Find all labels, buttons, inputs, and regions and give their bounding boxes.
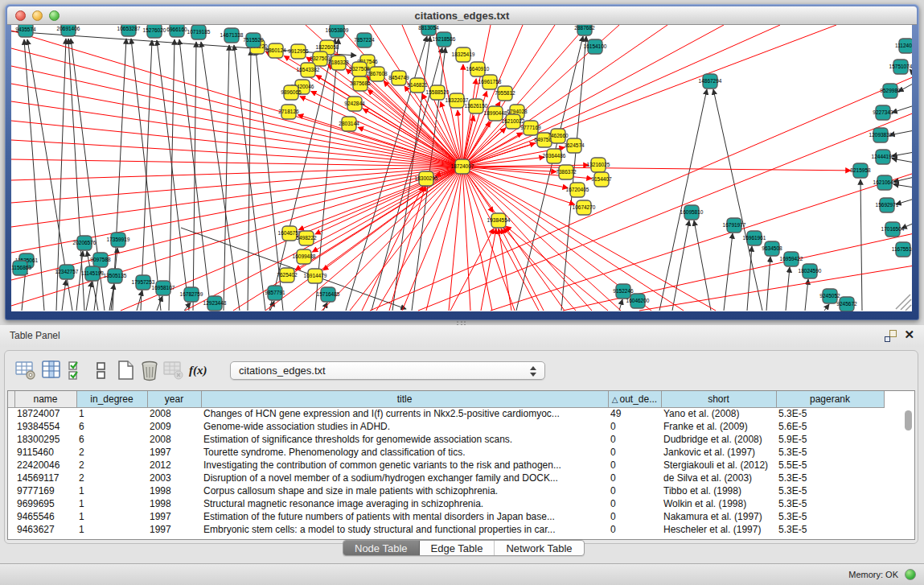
graph-node[interactable]: 2887682	[574, 25, 595, 35]
graph-node[interactable]: 15716485	[317, 287, 340, 302]
delete-rows-trash-icon[interactable]	[138, 359, 161, 381]
table-cell[interactable]: 5.3E-5	[776, 484, 884, 497]
graph-node[interactable]: 16210643	[873, 175, 897, 190]
graph-node[interactable]: 9227343	[873, 105, 893, 120]
graph-node[interactable]: 16720405	[566, 183, 589, 197]
graph-node[interactable]: 9777169	[520, 121, 541, 135]
table-cell[interactable]: Jankovic et al. (1997)	[661, 446, 776, 459]
table-cell[interactable]: Estimation of the future numbers of pati…	[201, 510, 608, 523]
table-cell[interactable]: de Silva et al. (2003)	[661, 472, 776, 484]
graph-node[interactable]: 10719185	[187, 25, 211, 39]
table-cell[interactable]: 9699695	[14, 497, 76, 510]
column-header-out_de[interactable]: △out_de...	[608, 391, 661, 407]
table-cell[interactable]: Yano et al. (2008)	[661, 407, 776, 420]
graph-node[interactable]: 8454749	[388, 71, 409, 85]
toggle-row-height-icon[interactable]	[90, 359, 113, 381]
graph-node[interactable]: 3875685	[350, 76, 371, 91]
graph-node[interactable]: 5498222	[296, 231, 317, 245]
table-cell[interactable]: 0	[608, 523, 661, 536]
graph-node[interactable]: 2803144	[339, 117, 359, 131]
table-cell[interactable]: 2	[76, 446, 147, 459]
tab-edge-table[interactable]: Edge Table	[420, 541, 495, 555]
graph-node[interactable]: 3624574	[564, 138, 585, 153]
graph-node[interactable]: 9912955	[288, 44, 309, 59]
table-cell[interactable]: 2008	[147, 433, 201, 446]
graph-node[interactable]: 7955812	[495, 86, 515, 101]
table-cell[interactable]: 1	[76, 510, 147, 523]
table-cell[interactable]: 5.5E-5	[776, 459, 884, 472]
table-settings-icon[interactable]	[14, 359, 37, 381]
graph-node[interactable]: 16782759	[180, 287, 203, 302]
table-cell[interactable]: 5.3E-5	[776, 407, 884, 420]
canvas-resize-grip[interactable]	[906, 305, 911, 311]
canvas-resize-grip[interactable]	[901, 299, 911, 310]
table-cell[interactable]: 6	[76, 420, 147, 433]
graph-node[interactable]: 9857791	[265, 286, 285, 300]
float-window-icon[interactable]	[885, 330, 897, 342]
graph-node[interactable]: 16914479	[304, 269, 327, 283]
column-header-in_degree[interactable]: in_degree	[76, 391, 147, 407]
graph-node[interactable]: 12444192	[872, 150, 895, 164]
select-attributes-icon[interactable]	[66, 359, 88, 381]
table-cell[interactable]: 5.3E-5	[776, 472, 884, 484]
graph-node[interactable]: 7462660	[548, 129, 569, 143]
graph-node[interactable]: 9634508	[762, 241, 782, 256]
graph-node[interactable]: 16640910	[466, 62, 490, 76]
graph-node[interactable]: 8186328	[328, 56, 349, 70]
table-cell[interactable]: 5.3E-5	[776, 523, 884, 536]
table-cell[interactable]: 1	[76, 523, 147, 536]
memory-status-indicator[interactable]	[905, 569, 916, 580]
graph-node[interactable]: 15276020	[143, 25, 166, 38]
table-cell[interactable]: Nakamura et al. (1997)	[661, 510, 776, 523]
table-cell[interactable]: Stergiakouli et al. (2012)	[661, 459, 776, 472]
table-cell[interactable]: 1	[76, 484, 147, 497]
table-cell[interactable]: 1	[76, 407, 147, 420]
table-cell[interactable]: 1997	[147, 523, 201, 536]
table-cell[interactable]: 2003	[147, 472, 201, 484]
table-cell[interactable]: 5.6E-5	[776, 420, 884, 433]
table-cell[interactable]: 0	[608, 497, 661, 510]
table-cell[interactable]: 1997	[147, 446, 201, 459]
column-header-year[interactable]: year	[147, 391, 201, 407]
table-cell[interactable]: Structural magnetic resonance image aver…	[201, 497, 608, 510]
table-cell[interactable]: 18300295	[14, 433, 76, 446]
graph-node[interactable]: 16959422	[780, 252, 803, 266]
graph-node[interactable]: 16154100	[584, 39, 607, 54]
show-columns-icon[interactable]	[40, 359, 63, 381]
table-cell[interactable]: 5.9E-5	[776, 433, 884, 446]
table-row[interactable]: 946554611997Estimation of the future num…	[8, 510, 884, 523]
graph-node[interactable]: 9245672	[836, 297, 857, 311]
network-graph[interactable]: 1872400796382208860124991295518226058932…	[11, 25, 912, 311]
network-window-titlebar[interactable]: citations_edges.txt	[7, 6, 917, 25]
table-row[interactable]: 2242004622012Investigating the contribut…	[8, 459, 884, 472]
graph-node[interactable]: 8215958	[850, 163, 871, 178]
graph-node[interactable]: 14671338	[220, 28, 244, 43]
table-cell[interactable]: Wolkin et al. (1998)	[661, 497, 776, 510]
graph-node[interactable]: 8860124	[265, 43, 286, 58]
graph-node[interactable]: 18325419	[452, 47, 475, 62]
table-cell[interactable]: 0	[608, 510, 661, 523]
table-cell[interactable]: 2008	[147, 407, 201, 420]
graph-node[interactable]: 16961961	[743, 231, 766, 245]
table-cell[interactable]: 9115460	[14, 446, 76, 459]
table-cell[interactable]: 2	[76, 459, 147, 472]
graph-node[interactable]: 2867608	[367, 67, 388, 81]
graph-node[interactable]: 15751074	[889, 60, 912, 74]
table-cell[interactable]: 2	[76, 472, 147, 484]
create-table-icon[interactable]	[114, 359, 137, 381]
graph-node[interactable]: 9146821	[407, 78, 428, 93]
column-header-name[interactable]: name	[14, 391, 76, 407]
table-cell[interactable]: 1	[76, 497, 147, 510]
table-cell[interactable]: 0	[608, 459, 661, 472]
graph-node[interactable]: 20206576	[73, 236, 97, 250]
table-cell[interactable]: Corpus callosum shape and size in male p…	[201, 484, 608, 497]
table-cell[interactable]: 0	[608, 433, 661, 446]
table-cell[interactable]: 6	[76, 433, 147, 446]
table-row[interactable]: 977716911998Corpus callosum shape and si…	[8, 484, 884, 497]
close-panel-icon[interactable]: ✕	[904, 328, 914, 342]
graph-node[interactable]: 9896065	[281, 85, 302, 100]
table-cell[interactable]: Tibbo et al. (1998)	[661, 484, 776, 497]
table-row[interactable]: 969969511998Structural magnetic resonanc…	[8, 497, 884, 510]
table-cell[interactable]: 2009	[147, 420, 201, 433]
graph-node[interactable]: 18024590	[799, 264, 822, 278]
